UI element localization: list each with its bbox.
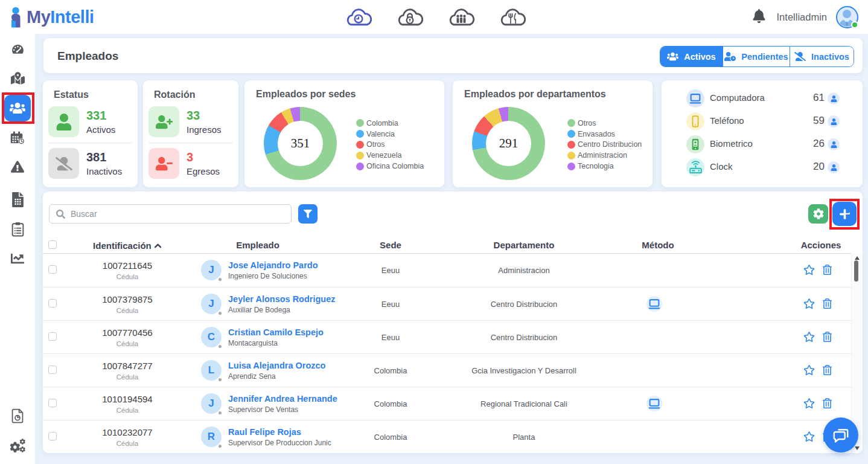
sidebar-item-calendar-clock[interactable] [0,124,35,151]
employee-name-link[interactable]: Jeyler Alonsos Rodriguez [228,294,338,304]
employee-name-link[interactable]: Raul Felipe Rojas [228,427,338,437]
metodo-laptop-icon[interactable] [646,396,662,411]
sidebar-item-gears[interactable] [0,433,35,459]
legend-item[interactable]: Otros [356,140,424,150]
legend-item[interactable]: Valencia [356,129,424,140]
favorite-star-button[interactable] [803,431,815,442]
column-header-sede[interactable]: Sede [380,240,401,250]
online-status-dot [851,21,858,28]
user-icon[interactable] [828,138,840,150]
column-header-método[interactable]: Método [642,240,674,250]
cloud-lock-icon[interactable] [396,7,421,27]
notifications-bell-icon[interactable] [752,9,765,25]
id-number: 1007379875 [102,294,152,304]
user-icon[interactable] [828,115,840,127]
scrollbar-thumb[interactable] [854,260,858,282]
cloud-clock-icon[interactable] [345,7,370,27]
table-settings-button[interactable] [808,204,828,224]
employee-role: Montacarguista [228,339,338,347]
row-checkbox[interactable] [48,432,57,440]
scrollbar-down-arrow-icon[interactable] [855,446,860,450]
row-checkbox[interactable] [48,299,57,308]
favorite-star-button[interactable] [803,364,815,376]
favorite-star-button[interactable] [803,398,815,409]
user-avatar[interactable] [836,6,858,28]
legend-item[interactable]: Venezuela [356,150,424,161]
user-icon[interactable] [828,161,840,173]
favorite-star-button[interactable] [803,264,815,276]
departamentos-donut-total: 291 [472,136,545,151]
employee-name-link[interactable]: Cristian Camilo Espejo [228,327,338,337]
column-header-empleado[interactable]: Empleado [236,240,279,250]
legend-item[interactable]: Envasados [567,129,642,140]
delete-trash-button[interactable] [822,365,832,375]
column-header-acciones[interactable]: Acciones [801,240,841,250]
employee-name-link[interactable]: Jose Alejandro Pardo [228,260,338,270]
stat-label: Ingresos [187,124,222,135]
scrollbar-up-arrow-icon[interactable] [855,256,860,260]
myintelli-logo-icon [10,2,21,34]
myintelli-logo[interactable]: MyIntelli [10,2,94,34]
delete-trash-button[interactable] [822,398,832,408]
delete-trash-button[interactable] [822,332,832,342]
sidebar-item-chart-line[interactable] [0,245,35,272]
cell-identificacion: 1007770456Cédula [102,327,152,347]
row-checkbox[interactable] [48,366,57,374]
legend-label: Venezuela [366,151,401,160]
search-input[interactable] [65,209,291,219]
tab-pendientes[interactable]: Pendientes [723,47,790,66]
sidebar-item-file-pie[interactable] [0,402,35,429]
employee-name-link[interactable]: Jennifer Andrea Hernande [228,394,338,404]
column-header-departamento[interactable]: Departamento [494,240,555,250]
metodo-laptop-icon[interactable] [646,296,662,312]
legend-dot [567,152,575,160]
employee-name-link[interactable]: Luisa Alejandra Orozco [228,361,338,370]
column-header-identificación[interactable]: Identificación [93,240,162,251]
legend-item[interactable]: Administracion [567,150,642,161]
legend-label: Envasados [578,130,615,138]
sidebar-item-speedometer[interactable] [0,36,35,62]
cell-identificacion: 1007211645Cédula [103,260,152,280]
legend-item[interactable]: Centro Distribucion [567,140,642,150]
offline-status-dot [217,443,223,449]
favorite-star-button[interactable] [803,331,815,343]
table-row[interactable]: 1010232077CédulaRRaul Felipe RojasSuperv… [43,420,851,453]
legend-item[interactable]: Colombia [356,118,424,129]
row-checkbox[interactable] [48,265,57,274]
sidebar-item-warning-triangle[interactable] [0,153,35,180]
filter-button[interactable] [298,204,318,224]
row-checkbox[interactable] [48,332,57,341]
select-all-checkbox[interactable] [48,240,57,249]
chat-fab-button[interactable] [823,417,858,453]
sort-caret-up-icon[interactable] [154,240,162,250]
table-row[interactable]: 1010194594CédulaJJennifer Andrea Hernand… [43,387,851,420]
cloud-people-icon[interactable] [447,7,473,27]
sidebar-item-clipboard-list[interactable] [0,216,35,242]
favorite-star-button[interactable] [803,298,815,309]
legend-item[interactable]: Oficina Colombia [356,161,424,172]
sidebar-item-map-marked[interactable] [0,65,35,91]
legend-dot [567,130,575,138]
legend-item[interactable]: Tecnologia [567,161,642,172]
table-row[interactable]: 1007847277CédulaLLuisa Alejandra OrozcoA… [43,354,851,387]
table-row[interactable]: 1007379875CédulaJJeyler Alonsos Rodrigue… [43,288,851,321]
device-count: 61 [813,92,825,104]
cell-sede: Eeuu [381,300,400,309]
legend-item[interactable]: Otros [567,118,642,129]
tab-activos[interactable]: Activos [660,47,723,66]
user-icon[interactable] [828,92,840,105]
delete-trash-button[interactable] [822,265,832,275]
delete-trash-button[interactable] [822,298,832,309]
add-employee-button[interactable] [832,202,857,226]
cell-identificacion: 1007379875Cédula [102,294,152,314]
device-row-biometrico: Biometrico26 [662,133,863,156]
cloud-utensils-icon[interactable] [499,7,524,27]
user-slash-icon [48,148,79,179]
tab-label: Pendientes [741,52,788,62]
tab-inactivos[interactable]: Inactivos [790,47,854,66]
row-checkbox[interactable] [48,399,57,407]
sidebar-item-file-grid[interactable] [0,186,35,213]
sidebar-item-users[interactable] [4,95,31,121]
table-row[interactable]: 1007211645CédulaJJose Alejandro PardoIng… [43,253,851,288]
table-row[interactable]: 1007770456CédulaCCristian Camilo EspejoM… [43,321,851,354]
